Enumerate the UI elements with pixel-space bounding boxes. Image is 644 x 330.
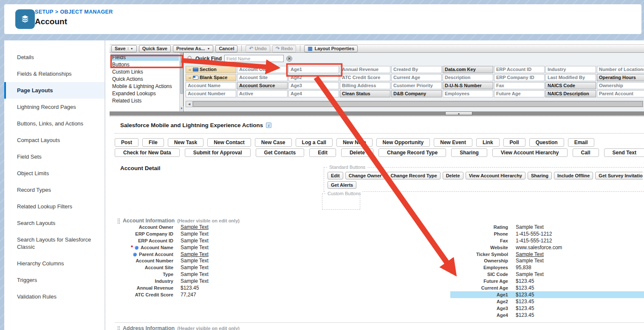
field-row-age2[interactable]: Age2$123.45 (450, 298, 644, 305)
field-grid-hscrollbar[interactable]: ◀ (186, 101, 643, 107)
palette-scrollbar[interactable]: ▼ (179, 53, 183, 111)
field-row-erp-company-id[interactable]: ERP Company IDSample Text (115, 230, 353, 237)
field-cell-active[interactable]: Active (237, 90, 288, 97)
action-button-new-contact[interactable]: New Contact (207, 138, 251, 147)
quick-save-button[interactable]: Quick Save (139, 45, 171, 52)
standard-button-change-owner[interactable]: Change Owner (345, 172, 385, 179)
field-row-ticker-symbol[interactable]: Ticker SymbolSample Text (450, 251, 644, 258)
sidebar-item-buttons-links-and-actions[interactable]: Buttons, Links, and Actions (4, 115, 105, 132)
field-cell-number-of-locations[interactable]: Number of Locations (597, 66, 644, 73)
field-cell-employees[interactable]: Employees (443, 90, 493, 97)
field-cell-account-owner[interactable]: Account Owner (237, 66, 288, 73)
sidebar-item-field-sets[interactable]: Field Sets (4, 148, 105, 165)
palette-category-custom-links[interactable]: Custom Links (110, 68, 179, 75)
field-row-industry[interactable]: IndustrySample Text (115, 278, 353, 284)
standard-button-delete[interactable]: Delete (443, 172, 463, 179)
field-cell-last-modified-by[interactable]: Last Modified By (545, 74, 596, 81)
action-button-send-text[interactable]: Send Text (604, 148, 644, 157)
field-row-future-age[interactable]: Future Age$123.45 (450, 278, 644, 284)
field-cell-naics-description[interactable]: NAICS Description (545, 90, 596, 97)
action-button-file[interactable]: File (142, 138, 164, 147)
sidebar-item-fields-relationships[interactable]: Fields & Relationships (4, 65, 105, 82)
action-button-delete[interactable]: Delete (341, 148, 373, 157)
action-button-poll[interactable]: Poll (503, 138, 525, 147)
field-cell-age4[interactable]: Age4 (288, 90, 339, 97)
field-cell-data-com-key[interactable]: Data.com Key (443, 66, 493, 73)
drag-handle-icon[interactable] (117, 326, 120, 330)
field-cell-parent-account[interactable]: Parent Account (597, 90, 644, 97)
field-cell-atc-credit-score[interactable]: ATC Credit Score (340, 74, 390, 81)
field-row-current-age[interactable]: Current Age$123.45 (450, 284, 644, 291)
breadcrumb-setup[interactable]: SETUP (35, 9, 54, 15)
field-row-type[interactable]: TypeSample Text (115, 271, 353, 278)
field-row-annual-revenue[interactable]: Annual Revenue$123.45 (115, 284, 353, 291)
action-button-new-task[interactable]: New Task (168, 138, 203, 147)
field-cell-age1[interactable]: Age1 (288, 66, 339, 73)
action-button-new-opportunity[interactable]: New Opportunity (376, 138, 430, 147)
field-row-age4[interactable]: Age4$123.45 (450, 312, 644, 319)
quick-find-input[interactable] (224, 55, 284, 62)
redo-button[interactable]: ↷Redo (272, 45, 297, 52)
field-row-ownership[interactable]: OwnershipSample Text (450, 257, 644, 264)
action-button-call[interactable]: Call (573, 148, 599, 157)
palette-category-expanded-lookups[interactable]: Expanded Lookups (110, 90, 179, 97)
sidebar-item-validation-rules[interactable]: Validation Rules (4, 288, 105, 305)
info-icon[interactable]: i (266, 122, 271, 128)
field-cell-age3[interactable]: Age3 (288, 82, 339, 89)
field-cell-ownership[interactable]: Ownership (597, 82, 644, 89)
action-button-check-for-new-data[interactable]: Check for New Data (115, 148, 180, 157)
action-button-question[interactable]: Question (529, 138, 564, 147)
undo-button[interactable]: ↶Undo (246, 45, 270, 52)
action-button-log-a-call[interactable]: Log a Call (296, 138, 333, 147)
field-row-age3[interactable]: Age3$123.45 (450, 305, 644, 312)
hscrollbar-thumb[interactable] (193, 101, 643, 107)
sidebar-item-details[interactable]: Details (4, 49, 105, 65)
breadcrumb-object-manager[interactable]: OBJECT MANAGER (60, 9, 113, 15)
field-row-account-owner[interactable]: Account OwnerSample Text (115, 224, 353, 230)
cancel-button[interactable]: Cancel (215, 45, 237, 52)
field-cell-account-site[interactable]: Account Site (237, 74, 288, 81)
field-row-atc-credit-score[interactable]: ATC Credit Score77,247 (115, 291, 353, 298)
action-button-new-note[interactable]: New Note (336, 138, 373, 147)
palette-category-related-lists[interactable]: Related Lists (110, 97, 179, 104)
field-row-employees[interactable]: Employees95,838 (450, 264, 644, 271)
palette-scrollbar-thumb[interactable] (180, 53, 183, 94)
field-row-account-name[interactable]: *Account NameSample Text (115, 244, 353, 251)
palette-category-buttons[interactable]: Buttons (110, 61, 179, 68)
field-cell-future-age[interactable]: Future Age (494, 90, 545, 97)
field-cell-erp-account-id[interactable]: ERP Account ID (494, 66, 545, 73)
field-cell-age2[interactable]: Age2 (288, 74, 339, 81)
palette-scroll-down-icon[interactable]: ▼ (180, 106, 184, 111)
field-row-age1[interactable]: Age1$123.45 (450, 291, 644, 298)
action-button-sharing[interactable]: Sharing (451, 148, 487, 157)
standard-button-change-record-type[interactable]: Change Record Type (387, 172, 440, 179)
drag-handle-icon[interactable] (117, 218, 120, 224)
action-button-new-case[interactable]: New Case (255, 138, 292, 147)
sidebar-item-record-types[interactable]: Record Types (4, 182, 105, 198)
action-button-change-record-type[interactable]: Change Record Type (378, 148, 446, 157)
account-information-header[interactable]: Account Information (Header visible on e… (117, 218, 240, 224)
sidebar-item-object-limits[interactable]: Object Limits (4, 165, 105, 182)
standard-button-get-survey-invitation[interactable]: Get Survey Invitation (595, 172, 643, 179)
sidebar-item-related-lookup-filters[interactable]: Related Lookup Filters (4, 198, 105, 215)
action-button-link[interactable]: Link (476, 138, 500, 147)
standard-button-sharing[interactable]: Sharing (528, 172, 552, 179)
sidebar-item-triggers[interactable]: Triggers (4, 272, 105, 288)
standard-button-edit[interactable]: Edit (328, 172, 343, 179)
sidebar-item-page-layouts[interactable]: Page Layouts (4, 82, 105, 99)
field-cell-description[interactable]: Description (443, 74, 493, 81)
field-cell-industry[interactable]: Industry (545, 66, 596, 73)
field-row-account-site[interactable]: Account SiteSample Text (115, 264, 353, 271)
preview-as-button[interactable]: Preview As...▼ (173, 45, 213, 52)
sidebar-item-search-layouts-for-salesforce-classic[interactable]: Search Layouts for Salesforce Classic (4, 231, 105, 255)
action-button-new-event[interactable]: New Event (434, 138, 472, 147)
sidebar-item-compact-layouts[interactable]: Compact Layouts (4, 132, 105, 148)
field-cell-blank-space[interactable]: →Blank Space (186, 74, 236, 81)
field-row-phone[interactable]: Phone1-415-555-1212 (450, 230, 644, 237)
layout-properties-button[interactable]: ▦Layout Properties (304, 45, 358, 52)
field-cell-clean-status[interactable]: Clean Status (340, 90, 390, 97)
field-cell-fax[interactable]: Fax (494, 82, 545, 89)
field-row-erp-account-id[interactable]: ERP Account IDSample Text (115, 237, 353, 244)
sidebar-item-lightning-record-pages[interactable]: Lightning Record Pages (4, 99, 105, 115)
standard-button-include-offline[interactable]: Include Offline (554, 172, 593, 179)
